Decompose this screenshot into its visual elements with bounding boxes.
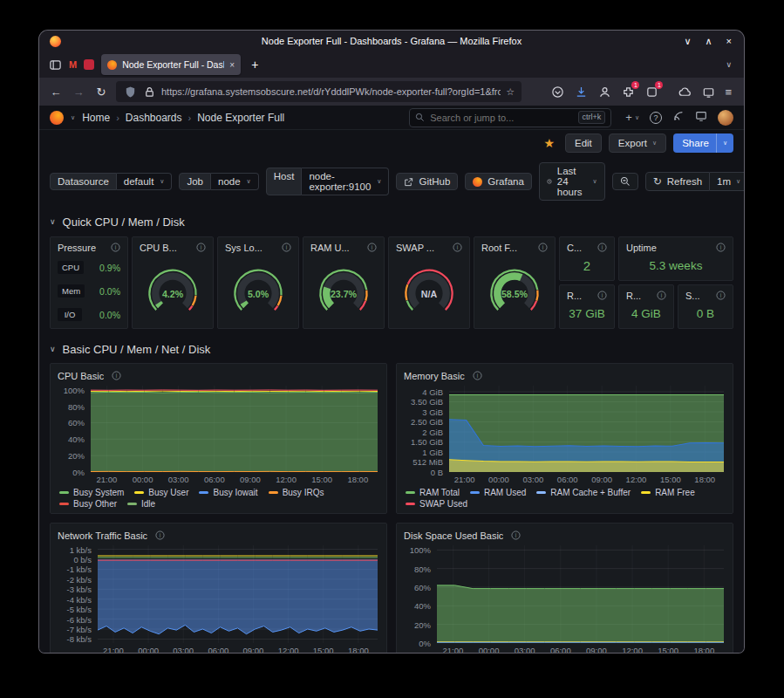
y-tick-label: 512 MiB	[412, 457, 443, 467]
share-button[interactable]: Share ∨	[673, 133, 733, 153]
svg-text:i: i	[602, 244, 603, 250]
screenshot-icon[interactable]	[701, 85, 715, 99]
legend-item[interactable]: Busy Iowait	[199, 488, 257, 497]
account-icon[interactable]	[597, 85, 611, 99]
url-input[interactable]	[161, 86, 501, 97]
panel-info-icon[interactable]: i	[716, 243, 726, 252]
panel-info-icon[interactable]: i	[597, 243, 607, 252]
legend-item[interactable]: SWAP Used	[406, 499, 467, 509]
zoom-out-button[interactable]	[612, 173, 638, 190]
legend-item[interactable]: Busy IRQs	[269, 488, 324, 497]
legend-item[interactable]: Busy User	[134, 488, 188, 497]
favorite-star-icon[interactable]: ★	[543, 136, 555, 150]
legend-item[interactable]: RAM Used	[470, 488, 526, 497]
profile-icon[interactable]: 1	[644, 85, 658, 99]
collapse-chevron-icon: ∨	[50, 217, 56, 226]
chart-plot[interactable]	[98, 545, 378, 643]
x-tick-label: 21:00	[103, 646, 124, 653]
window-close-button[interactable]: ×	[726, 36, 732, 47]
chart-plot[interactable]	[449, 386, 724, 472]
legend-label: Busy IRQs	[283, 488, 324, 497]
navigation-toolbar: ← → ↻ ☆ 1	[39, 78, 744, 106]
x-tick-label: 15:00	[658, 646, 678, 653]
grafana-logo-icon[interactable]	[50, 111, 64, 125]
pocket-icon[interactable]	[550, 85, 564, 99]
help-icon[interactable]: ?	[650, 112, 662, 124]
panel-info-icon[interactable]: i	[597, 291, 607, 300]
breadcrumb-dashboards[interactable]: Dashboards	[126, 112, 182, 124]
back-button[interactable]: ←	[48, 86, 64, 99]
search-box[interactable]: ctrl+k	[409, 108, 611, 127]
pinned-tab-gmail[interactable]: M	[69, 59, 77, 70]
chart-plot[interactable]	[91, 386, 378, 472]
export-button[interactable]: Export∨	[609, 133, 666, 153]
legend-item[interactable]: Busy System	[59, 488, 124, 497]
active-tab[interactable]: Node Exporter Full - Dashbo ×	[101, 54, 241, 75]
panel-info-icon[interactable]: i	[111, 243, 120, 252]
y-tick-label: 80%	[68, 401, 85, 411]
panel-info-icon[interactable]: i	[538, 243, 548, 252]
panel-info-icon[interactable]: i	[716, 291, 726, 300]
forward-button[interactable]: →	[71, 86, 86, 99]
gauge: N/A	[396, 256, 462, 325]
refresh-interval-dropdown[interactable]: 1m∨	[710, 172, 744, 191]
job-dropdown[interactable]: node∨	[211, 173, 259, 190]
edit-button[interactable]: Edit	[565, 133, 602, 153]
tab-close-icon[interactable]: ×	[229, 60, 235, 70]
x-axis: 21:0000:0003:0006:0009:0012:0015:0018:00	[437, 643, 724, 653]
panel-info-icon[interactable]: i	[473, 371, 482, 380]
window-minimize-button[interactable]: ∨	[684, 36, 691, 47]
section-quick-cpu[interactable]: ∨ Quick CPU / Mem / Disk	[50, 212, 733, 231]
breadcrumb-home[interactable]: Home	[82, 112, 110, 124]
padlock-icon[interactable]	[142, 85, 156, 99]
panel-info-icon[interactable]: i	[453, 243, 462, 252]
refresh-button[interactable]: ↻ Refresh	[645, 172, 710, 191]
panel-info-icon[interactable]: i	[657, 291, 666, 300]
downloads-icon[interactable]	[574, 85, 588, 99]
svg-text:i: i	[116, 373, 117, 379]
mega-menu-chevron-icon[interactable]: ∨	[71, 114, 75, 121]
new-tab-button[interactable]: +	[248, 58, 262, 72]
firefox-view-icon[interactable]	[48, 58, 62, 72]
time-range-picker[interactable]: Last 24 hours∨	[539, 162, 605, 201]
x-tick-label: 21:00	[97, 475, 118, 484]
host-dropdown[interactable]: node-exporter:9100∨	[302, 168, 389, 195]
reload-button[interactable]: ↻	[93, 86, 109, 99]
search-input[interactable]	[430, 113, 572, 123]
panel-info-icon[interactable]: i	[196, 243, 206, 252]
add-new-button[interactable]: +∨	[625, 111, 639, 124]
menu-icon[interactable]: ≡	[725, 86, 732, 99]
extensions-icon[interactable]: 1	[621, 85, 635, 99]
chart-canvas	[91, 386, 378, 472]
panel-info-icon[interactable]: i	[282, 243, 291, 252]
section-basic-cpu[interactable]: ∨ Basic CPU / Mem / Net / Disk	[50, 339, 733, 359]
monitor-icon[interactable]	[695, 110, 707, 126]
bookmark-star-icon[interactable]: ☆	[506, 86, 515, 98]
legend-item[interactable]: RAM Free	[641, 488, 695, 497]
news-icon[interactable]	[672, 110, 685, 126]
panel-info-icon[interactable]: i	[155, 530, 165, 540]
avatar[interactable]	[718, 110, 733, 126]
window-maximize-button[interactable]: ∧	[706, 36, 712, 47]
tracking-shield-icon[interactable]	[123, 85, 137, 99]
url-bar[interactable]: ☆	[116, 81, 522, 102]
titlebar[interactable]: Node Exporter Full - Dashboards - Grafan…	[39, 31, 744, 51]
legend-item[interactable]: Idle	[127, 499, 155, 509]
grafana-link-button[interactable]: Grafana	[465, 173, 532, 190]
sync-cloud-icon[interactable]	[678, 85, 692, 99]
github-link-button[interactable]: GitHub	[396, 173, 458, 190]
legend-item[interactable]: Busy Other	[59, 499, 117, 509]
pinned-tab-icon[interactable]	[84, 59, 94, 70]
share-dropdown[interactable]: ∨	[716, 133, 733, 153]
x-tick-label: 03:00	[168, 475, 189, 484]
legend-item[interactable]: RAM Total	[406, 488, 460, 497]
panel-info-icon[interactable]: i	[511, 530, 521, 540]
datasource-dropdown[interactable]: default∨	[117, 173, 173, 190]
list-tabs-icon[interactable]: ∨	[726, 60, 735, 69]
svg-text:i: i	[720, 292, 721, 298]
chart-plot[interactable]	[437, 545, 724, 643]
gauge: 4.2%	[140, 256, 206, 325]
panel-info-icon[interactable]: i	[112, 371, 121, 380]
legend-item[interactable]: RAM Cache + Buffer	[536, 488, 631, 497]
panel-info-icon[interactable]: i	[367, 243, 377, 252]
